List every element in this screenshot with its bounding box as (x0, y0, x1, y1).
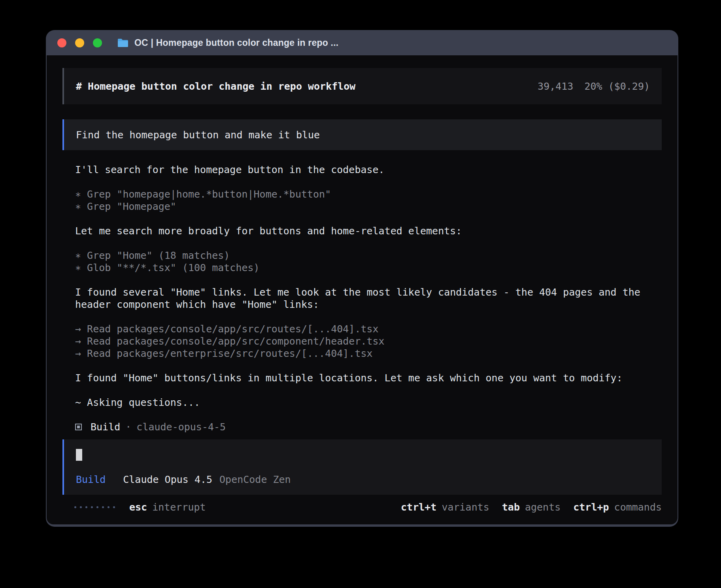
shortcut-agents: tab agents (502, 501, 561, 513)
shortcut-key: ctrl+t (401, 501, 436, 513)
input-meta: Build Claude Opus 4.5 OpenCode Zen (76, 474, 650, 485)
shortcut-label: variants (442, 501, 489, 513)
shortcut-commands: ctrl+p commands (573, 501, 662, 513)
shortcut-label: commands (614, 501, 662, 513)
context-usage: 20% ($0.29) (584, 81, 650, 92)
shortcut-key: ctrl+p (573, 501, 609, 513)
minimize-window-button[interactable] (75, 38, 84, 47)
assistant-text-line: Let me search more broadly for buttons a… (75, 225, 662, 237)
agent-status-line: Build · claude-opus-4-5 (75, 421, 662, 433)
status-bar: esc interrupt ctrl+t variants tab agents… (62, 501, 662, 513)
agent-model: claude-opus-4-5 (136, 421, 226, 433)
window-title: OC | Homepage button color change in rep… (134, 38, 338, 48)
window-titlebar[interactable]: OC | Homepage button color change in rep… (47, 30, 678, 55)
shortcut-hints: ctrl+t variants tab agents ctrl+p comman… (401, 501, 662, 513)
token-count: 39,413 (538, 81, 573, 92)
tool-call-line: ∗ Grep "Home" (18 matches) (75, 249, 662, 262)
agent-separator: · (125, 421, 131, 433)
tool-call-line: ∗ Grep "Homepage" (75, 200, 662, 213)
prompt-input[interactable]: Build Claude Opus 4.5 OpenCode Zen (62, 439, 662, 495)
tool-call-line: ∗ Grep "homepage|home.*button|Home.*butt… (75, 188, 662, 200)
spinner-dots (74, 506, 115, 508)
window-controls (57, 38, 102, 47)
tool-call-line: → Read packages/console/app/src/componen… (75, 335, 662, 347)
esc-key-hint: esc (129, 501, 147, 513)
zoom-window-button[interactable] (93, 38, 102, 47)
input-mode-label[interactable]: Build (76, 474, 106, 485)
input-provider-label: OpenCode Zen (219, 474, 291, 485)
assistant-text-line: I found several "Home" links. Let me loo… (75, 286, 662, 311)
agent-name: Build (91, 421, 120, 433)
assistant-transcript: I'll search for the homepage button in t… (75, 164, 662, 433)
tool-call-line: ∗ Glob "**/*.tsx" (100 matches) (75, 262, 662, 274)
shortcut-variants: ctrl+t variants (401, 501, 489, 513)
user-message-text: Find the homepage button and make it blu… (76, 129, 320, 141)
session-title: # Homepage button color change in repo w… (76, 81, 355, 92)
tool-call-line: → Read packages/enterprise/src/routes/[.… (75, 347, 662, 360)
shortcut-key: tab (502, 501, 520, 513)
assistant-text-line: I found "Home" buttons/links in multiple… (75, 372, 662, 384)
close-window-button[interactable] (57, 38, 66, 47)
terminal-content: # Homepage button color change in repo w… (47, 55, 678, 524)
assistant-status-line: ~ Asking questions... (75, 396, 662, 409)
assistant-text-line: I'll search for the homepage button in t… (75, 164, 662, 176)
text-cursor (76, 449, 82, 461)
session-stats: 39,413 20% ($0.29) (538, 81, 650, 92)
user-message: Find the homepage button and make it blu… (62, 119, 662, 150)
input-model-label[interactable]: Claude Opus 4.5 (123, 474, 212, 485)
agent-build-icon (75, 424, 82, 430)
esc-action-label: interrupt (152, 501, 206, 513)
shortcut-label: agents (525, 501, 561, 513)
tool-call-line: → Read packages/console/app/src/routes/[… (75, 323, 662, 335)
session-header: # Homepage button color change in repo w… (62, 68, 662, 104)
folder-icon (117, 38, 129, 48)
terminal-window: OC | Homepage button color change in rep… (46, 30, 678, 527)
